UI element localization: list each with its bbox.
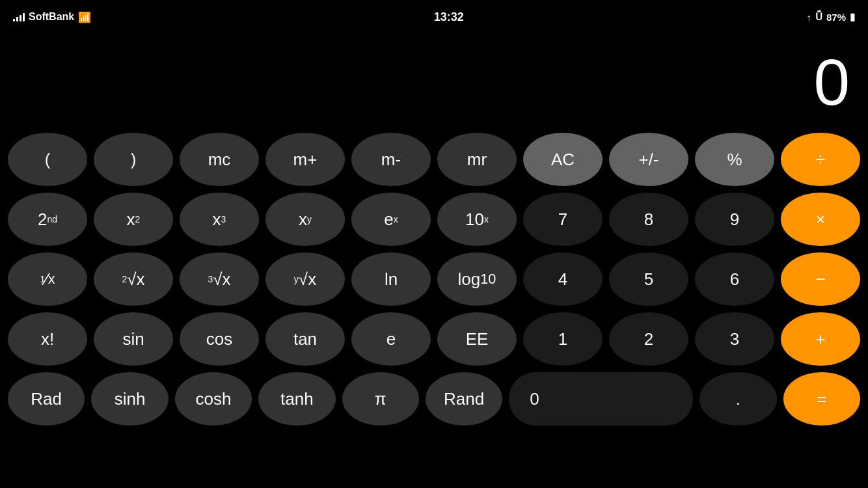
btn-ln[interactable]: ln xyxy=(351,252,431,306)
btn-multiply[interactable]: × xyxy=(781,193,860,246)
btn-pi[interactable]: π xyxy=(342,372,419,426)
btn-seven[interactable]: 7 xyxy=(523,193,603,246)
btn-cosh[interactable]: cosh xyxy=(175,372,252,426)
button-row-3: x!sincostaneEE123+ xyxy=(8,312,860,366)
btn-e-to-x[interactable]: ex xyxy=(351,193,431,246)
btn-rand[interactable]: Rand xyxy=(426,372,502,426)
clock: 13:32 xyxy=(434,10,464,24)
btn-mc[interactable]: mc xyxy=(180,133,259,186)
btn-divide[interactable]: ÷ xyxy=(781,133,860,186)
signal-bars-icon xyxy=(13,12,25,21)
btn-cos[interactable]: cos xyxy=(180,312,259,366)
btn-decimal[interactable]: . xyxy=(699,372,776,426)
btn-one-over-x[interactable]: 1⁄x xyxy=(8,252,87,306)
btn-one[interactable]: 1 xyxy=(523,312,603,366)
btn-log10[interactable]: log10 xyxy=(437,252,517,306)
display-value: 0 xyxy=(813,45,848,120)
btn-close-paren[interactable]: ) xyxy=(94,133,173,186)
button-row-0: ()mcm+m-mrAC+/-%÷ xyxy=(8,133,860,186)
btn-three[interactable]: 3 xyxy=(695,312,774,366)
btn-m-minus[interactable]: m- xyxy=(351,133,431,186)
btn-sinh[interactable]: sinh xyxy=(91,372,168,426)
btn-sin[interactable]: sin xyxy=(94,312,173,366)
btn-m-plus[interactable]: m+ xyxy=(265,133,345,186)
btn-equals[interactable]: = xyxy=(783,372,860,426)
btn-open-paren[interactable]: ( xyxy=(8,133,87,186)
calculator-grid: ()mcm+m-mrAC+/-%÷2ndx2x3xyex10x789×1⁄x2√… xyxy=(0,133,868,433)
btn-eight[interactable]: 8 xyxy=(609,193,688,246)
btn-y-root-x[interactable]: y√x xyxy=(265,252,345,306)
btn-sqrt-x[interactable]: 2√x xyxy=(94,252,173,306)
btn-ac[interactable]: AC xyxy=(523,133,603,186)
battery-icon: ▮ xyxy=(850,11,855,23)
display-area: 0 xyxy=(0,29,868,133)
btn-five[interactable]: 5 xyxy=(609,252,688,306)
btn-add[interactable]: + xyxy=(781,312,860,366)
button-row-4: RadsinhcoshtanhπRand0.= xyxy=(8,372,860,426)
wifi-icon: 📶 xyxy=(78,11,91,23)
btn-nine[interactable]: 9 xyxy=(695,193,774,246)
btn-x-squared[interactable]: x2 xyxy=(94,193,173,246)
btn-four[interactable]: 4 xyxy=(523,252,603,306)
btn-factorial[interactable]: x! xyxy=(8,312,87,366)
btn-ee[interactable]: EE xyxy=(437,312,517,366)
battery-label: 87% xyxy=(826,12,846,23)
carrier-label: SoftBank xyxy=(29,11,74,23)
btn-second[interactable]: 2nd xyxy=(8,193,87,246)
btn-subtract[interactable]: − xyxy=(781,252,860,306)
btn-euler[interactable]: e xyxy=(351,312,431,366)
button-row-2: 1⁄x2√x3√xy√xlnlog10456− xyxy=(8,252,860,306)
btn-six[interactable]: 6 xyxy=(695,252,774,306)
bluetooth-icon: Ǘ xyxy=(815,11,822,23)
btn-zero[interactable]: 0 xyxy=(509,372,693,426)
btn-x-to-y[interactable]: xy xyxy=(265,193,345,246)
btn-rad[interactable]: Rad xyxy=(8,372,85,426)
btn-plus-minus[interactable]: +/- xyxy=(609,133,688,186)
status-bar: SoftBank 📶 13:32 ↑ Ǘ 87% ▮ xyxy=(0,0,868,29)
btn-two[interactable]: 2 xyxy=(609,312,688,366)
btn-tan[interactable]: tan xyxy=(265,312,345,366)
btn-cube-root-x[interactable]: 3√x xyxy=(180,252,259,306)
button-row-1: 2ndx2x3xyex10x789× xyxy=(8,193,860,246)
btn-percent[interactable]: % xyxy=(695,133,774,186)
status-left: SoftBank 📶 xyxy=(13,11,91,23)
btn-tanh[interactable]: tanh xyxy=(258,372,335,426)
btn-ten-to-x[interactable]: 10x xyxy=(437,193,517,246)
btn-x-cubed[interactable]: x3 xyxy=(180,193,259,246)
status-right: ↑ Ǘ 87% ▮ xyxy=(806,11,855,23)
location-icon: ↑ xyxy=(806,12,811,23)
btn-mr[interactable]: mr xyxy=(437,133,517,186)
